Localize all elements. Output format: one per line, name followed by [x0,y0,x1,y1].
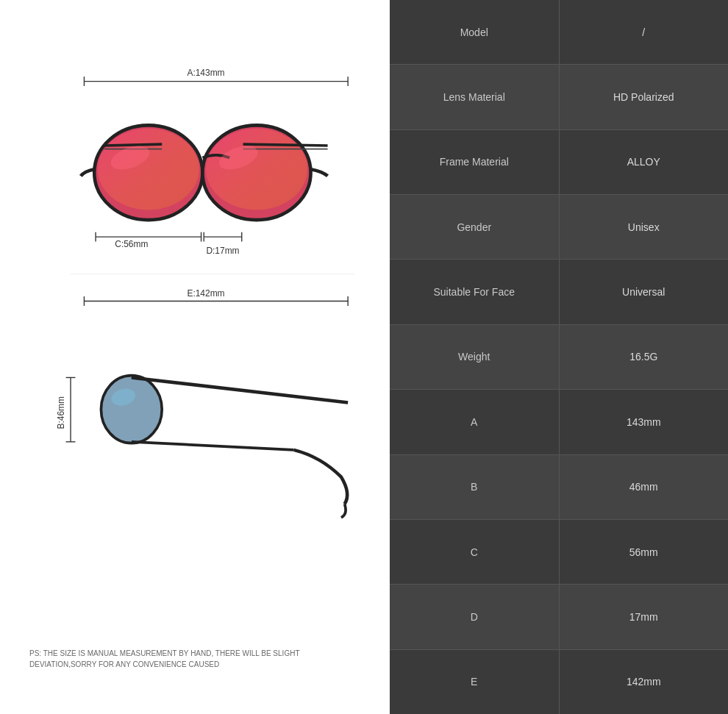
spec-row: E142mm [390,650,728,714]
spec-row: D17mm [390,585,728,649]
spec-label: Frame Material [390,130,560,194]
spec-value: Unisex [560,195,729,259]
e-measurement-label: E:142mm [187,288,224,299]
spec-value: Universal [560,260,729,324]
spec-value: / [560,0,729,64]
spec-label: E [390,650,560,714]
spec-value: 143mm [560,390,729,454]
svg-point-8 [206,129,307,210]
d-measurement-label: D:17mm [206,246,239,256]
spec-value: 142mm [560,650,729,714]
b-measurement-label: B:46mm [56,396,66,429]
ps-note: PS: THE SIZE IS MANUAL MEASUREMENT BY HA… [29,648,338,670]
spec-value: HD Polarized [560,65,729,129]
spec-label: Model [390,0,560,64]
spec-value: 17mm [560,585,729,649]
spec-value: 16.5G [560,325,729,389]
spec-row: C56mm [390,520,728,585]
spec-row: Lens MaterialHD Polarized [390,65,728,129]
spec-row: GenderUnisex [390,195,728,260]
right-panel: Model/Lens MaterialHD PolarizedFrame Mat… [390,0,728,714]
a-measurement-label: A:143mm [187,68,224,78]
spec-value: ALLOY [560,130,729,194]
svg-point-7 [98,129,199,210]
svg-line-24 [132,377,348,402]
spec-value: 56mm [560,520,729,584]
spec-row: Suitable For FaceUniversal [390,260,728,324]
spec-label: Weight [390,325,560,389]
spec-row: B46mm [390,455,728,520]
spec-row: A143mm [390,390,728,454]
spec-label: Gender [390,195,560,259]
spec-label: Lens Material [390,65,560,129]
left-panel: A:143mm C:56mm [0,0,390,714]
spec-label: B [390,455,560,519]
c-measurement-label: C:56mm [115,239,148,249]
spec-table: Model/Lens MaterialHD PolarizedFrame Mat… [390,0,728,714]
spec-label: Suitable For Face [390,260,560,324]
spec-label: A [390,390,560,454]
spec-value: 46mm [560,455,729,519]
spec-row: Model/ [390,0,728,65]
spec-label: C [390,520,560,584]
spec-label: D [390,585,560,649]
spec-row: Frame MaterialALLOY [390,130,728,195]
dimension-diagram: A:143mm C:56mm [29,44,382,626]
svg-line-25 [132,442,294,450]
spec-row: Weight16.5G [390,325,728,390]
